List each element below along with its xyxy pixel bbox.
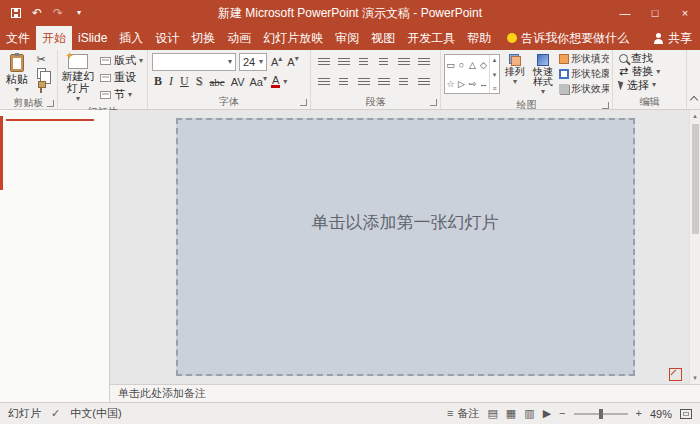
save-button[interactable] bbox=[6, 2, 26, 24]
font-dialog-launcher[interactable] bbox=[300, 99, 307, 106]
shape-circle-icon[interactable]: ○ bbox=[459, 60, 464, 70]
slideshow-view-button[interactable]: ▶ bbox=[543, 408, 551, 419]
numbering-button[interactable] bbox=[335, 55, 352, 70]
section-button[interactable]: 节▾ bbox=[98, 88, 145, 101]
reset-button[interactable]: 重设 bbox=[98, 71, 145, 84]
bold-button[interactable]: B bbox=[152, 74, 164, 89]
scroll-up-icon[interactable]: ▴ bbox=[693, 112, 697, 120]
reading-view-button[interactable]: ▥ bbox=[524, 408, 534, 419]
language-indicator[interactable]: 中文(中国) bbox=[70, 406, 121, 421]
zoom-in-button[interactable]: + bbox=[636, 408, 642, 419]
notes-pane[interactable]: 单击此处添加备注 bbox=[110, 384, 700, 402]
font-color-button[interactable]: A bbox=[271, 75, 280, 88]
shape-diamond-icon[interactable]: ◇ bbox=[480, 60, 487, 70]
shapes-gallery-scroll[interactable]: ▴ ▾ ≡ bbox=[489, 55, 499, 93]
cut-button[interactable]: ✂ bbox=[34, 53, 48, 66]
tab-help[interactable]: 帮助 bbox=[461, 26, 497, 50]
slide-number-indicator[interactable]: 幻灯片 bbox=[8, 406, 41, 421]
fit-slide-to-window-button[interactable] bbox=[680, 409, 692, 419]
align-left-button[interactable] bbox=[315, 75, 332, 90]
maximize-button[interactable]: □ bbox=[640, 0, 670, 26]
underline-button[interactable]: U bbox=[178, 74, 191, 89]
increase-indent-button[interactable] bbox=[375, 55, 392, 70]
shape-pointer-icon[interactable]: ▷ bbox=[458, 79, 465, 89]
clipboard-dialog-launcher[interactable] bbox=[47, 100, 54, 107]
new-slide-button[interactable]: 新建幻灯片 ▾ bbox=[60, 52, 96, 103]
align-center-button[interactable] bbox=[335, 75, 352, 90]
zoom-slider-thumb[interactable] bbox=[599, 409, 603, 419]
copy-button[interactable] bbox=[34, 67, 48, 80]
minimize-button[interactable]: — bbox=[610, 0, 640, 26]
close-button[interactable]: × bbox=[670, 0, 700, 26]
zoom-percentage[interactable]: 49% bbox=[650, 408, 672, 420]
justify-button[interactable] bbox=[375, 75, 392, 90]
quick-styles-button[interactable]: 快速样式 ▾ bbox=[530, 52, 556, 96]
format-painter-button[interactable] bbox=[34, 81, 48, 94]
italic-button[interactable]: I bbox=[167, 74, 175, 89]
shape-rectangle-icon[interactable]: ▭ bbox=[446, 60, 455, 70]
columns-button[interactable] bbox=[395, 75, 412, 90]
collapse-ribbon-button[interactable] bbox=[687, 50, 700, 109]
bullets-button[interactable] bbox=[315, 55, 332, 70]
tell-me-box[interactable]: 告诉我你想要做什么 bbox=[507, 26, 629, 50]
tab-slideshow[interactable]: 幻灯片放映 bbox=[257, 26, 329, 50]
shape-effects-button[interactable]: 形状效果▾ bbox=[559, 83, 609, 95]
undo-button[interactable]: ↶ bbox=[27, 2, 47, 24]
align-right-button[interactable] bbox=[355, 75, 372, 90]
tab-review[interactable]: 审阅 bbox=[329, 26, 365, 50]
tab-islide[interactable]: iSlide bbox=[72, 26, 113, 50]
line-spacing-button[interactable] bbox=[395, 55, 412, 70]
text-direction-button[interactable] bbox=[415, 55, 432, 70]
slide[interactable]: 单击以添加第一张幻灯片 bbox=[176, 118, 635, 376]
redo-button[interactable]: ↷ bbox=[48, 2, 68, 24]
arrange-button[interactable]: 排列 ▾ bbox=[503, 52, 527, 96]
scrollbar-thumb[interactable] bbox=[692, 124, 699, 234]
slide-placeholder-text[interactable]: 单击以添加第一张幻灯片 bbox=[178, 211, 633, 234]
strikethrough-button[interactable]: abc bbox=[207, 76, 226, 88]
zoom-slider[interactable] bbox=[574, 413, 628, 415]
character-spacing-button[interactable]: AV bbox=[230, 75, 246, 89]
notes-placeholder-text[interactable]: 单击此处添加备注 bbox=[118, 386, 206, 401]
tab-home[interactable]: 开始 bbox=[36, 26, 72, 50]
font-color-dropdown-icon[interactable]: ▾ bbox=[283, 78, 287, 86]
text-shadow-button[interactable]: S bbox=[194, 74, 205, 89]
share-button[interactable]: 共享 bbox=[645, 26, 700, 50]
shape-outline-button[interactable]: 形状轮廓▾ bbox=[559, 68, 609, 80]
convert-smartart-button[interactable] bbox=[415, 75, 432, 90]
replace-button[interactable]: ⇄替换▾ bbox=[617, 65, 682, 78]
shape-arrow-icon[interactable]: ⇨ bbox=[469, 79, 477, 89]
tab-insert[interactable]: 插入 bbox=[113, 26, 149, 50]
tab-file[interactable]: 文件 bbox=[0, 26, 36, 50]
scroll-down-icon[interactable]: ▾ bbox=[693, 374, 697, 382]
find-button[interactable]: 查找 bbox=[617, 52, 682, 65]
font-name-combo[interactable]: ▾ bbox=[152, 53, 236, 71]
customize-qat-button[interactable]: ▾ bbox=[69, 2, 89, 24]
shape-star-icon[interactable]: ☆ bbox=[446, 79, 454, 89]
notes-toggle-button[interactable]: ≡备注 bbox=[447, 406, 479, 421]
normal-view-button[interactable]: ▤ bbox=[487, 408, 497, 419]
font-size-combo[interactable]: 24▾ bbox=[239, 53, 267, 71]
shapes-gallery[interactable]: ▭ ○ △ ◇ ☆ ▷ ⇨ ↔ ▴ ▾ ≡ bbox=[444, 54, 500, 94]
paste-button[interactable]: 粘贴 ▾ bbox=[2, 52, 32, 94]
proofing-status-icon[interactable]: ✓ bbox=[51, 408, 60, 419]
tab-transitions[interactable]: 切换 bbox=[185, 26, 221, 50]
vertical-scrollbar[interactable]: ▴ ▾ bbox=[689, 110, 700, 384]
tab-animations[interactable]: 动画 bbox=[221, 26, 257, 50]
decrease-indent-button[interactable] bbox=[355, 55, 372, 70]
tab-view[interactable]: 视图 bbox=[365, 26, 401, 50]
slide-sorter-view-button[interactable]: ▦ bbox=[506, 408, 516, 419]
tab-developer[interactable]: 开发工具 bbox=[401, 26, 461, 50]
drawing-dialog-launcher[interactable] bbox=[602, 102, 609, 109]
shape-triangle-icon[interactable]: △ bbox=[469, 60, 476, 70]
decrease-font-button[interactable]: A▾ bbox=[286, 55, 299, 69]
shape-double-arrow-icon[interactable]: ↔ bbox=[479, 79, 488, 89]
change-case-button[interactable]: Aa▾ bbox=[249, 75, 268, 89]
slide-thumbnail-pane[interactable] bbox=[0, 110, 110, 402]
paragraph-dialog-launcher[interactable] bbox=[430, 99, 437, 106]
zoom-out-button[interactable]: − bbox=[559, 408, 565, 419]
select-button[interactable]: 选择▾ bbox=[617, 79, 682, 92]
layout-button[interactable]: 版式▾ bbox=[98, 54, 145, 67]
shape-fill-button[interactable]: 形状填充▾ bbox=[559, 53, 609, 65]
tab-design[interactable]: 设计 bbox=[149, 26, 185, 50]
increase-font-button[interactable]: A▴ bbox=[270, 55, 283, 69]
